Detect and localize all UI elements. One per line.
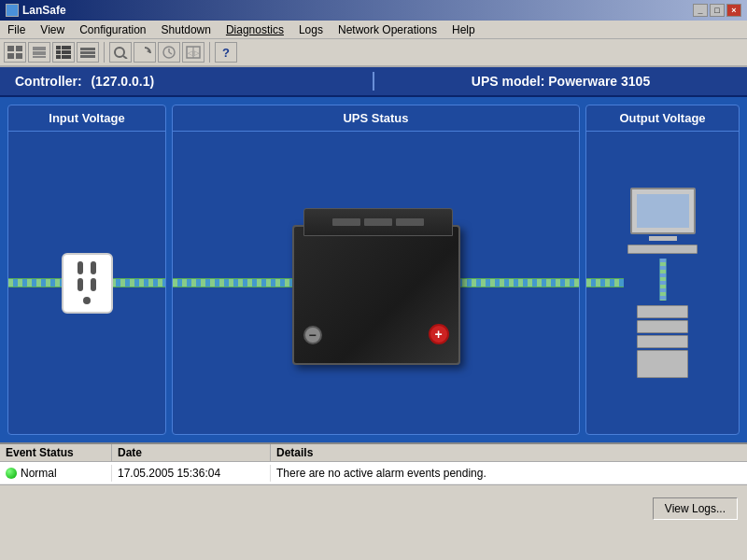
server-unit-4 bbox=[637, 350, 688, 378]
monitor bbox=[630, 188, 696, 234]
svg-rect-3 bbox=[16, 53, 22, 59]
svg-rect-0 bbox=[7, 46, 14, 51]
toolbar-btn-7[interactable] bbox=[158, 42, 180, 63]
monitor-base bbox=[649, 236, 677, 241]
header-bar: Controller: (127.0.0.1) UPS model: Power… bbox=[0, 67, 747, 97]
keyboard bbox=[627, 245, 698, 254]
menu-shutdown[interactable]: Shutdown bbox=[158, 23, 215, 36]
menu-configuration[interactable]: Configuration bbox=[76, 23, 149, 36]
toolbar-help-btn[interactable]: ? bbox=[215, 42, 237, 63]
server-unit-1 bbox=[637, 305, 688, 318]
view-logs-button[interactable]: View Logs... bbox=[653, 497, 738, 520]
svg-rect-12 bbox=[66, 50, 71, 54]
controller-label: Controller: bbox=[15, 74, 82, 89]
col-date: Date bbox=[112, 444, 271, 461]
status-table-row: Normal 17.05.2005 15:36:04 There are no … bbox=[0, 462, 747, 484]
ups-slots bbox=[332, 218, 424, 226]
toolbar-btn-1[interactable] bbox=[4, 42, 26, 63]
title-bar-buttons: _ □ × bbox=[693, 4, 741, 17]
svg-line-20 bbox=[123, 56, 127, 59]
svg-text:▷: ▷ bbox=[194, 49, 200, 56]
svg-rect-11 bbox=[62, 50, 66, 54]
menu-logs[interactable]: Logs bbox=[295, 23, 327, 36]
computer-stack bbox=[627, 188, 698, 378]
svg-rect-18 bbox=[80, 55, 95, 58]
toolbar-btn-5[interactable] bbox=[109, 42, 132, 63]
outlet-slot-left bbox=[78, 261, 83, 291]
title-bar: LanSafe _ □ × bbox=[0, 0, 747, 21]
svg-point-19 bbox=[115, 48, 124, 57]
output-voltage-panel: Output Voltage bbox=[585, 105, 740, 435]
status-table-header: Event Status Date Details bbox=[0, 444, 747, 462]
svg-rect-17 bbox=[80, 51, 95, 54]
toolbar: ◁▷ ? bbox=[0, 39, 747, 67]
ups-model: UPS model: Powerware 3105 bbox=[472, 74, 650, 89]
svg-rect-10 bbox=[56, 50, 61, 54]
svg-text:◁: ◁ bbox=[188, 49, 193, 56]
minimize-button[interactable]: _ bbox=[693, 4, 708, 17]
input-voltage-title: Input Voltage bbox=[8, 105, 165, 132]
app-icon bbox=[6, 4, 19, 17]
ups-status-content: − + bbox=[173, 132, 579, 434]
toolbar-sep-1 bbox=[104, 42, 105, 63]
svg-rect-8 bbox=[62, 46, 66, 49]
status-green-dot bbox=[6, 468, 17, 479]
output-voltage-title: Output Voltage bbox=[586, 105, 739, 132]
toolbar-btn-8[interactable]: ◁▷ bbox=[182, 42, 204, 63]
menu-bar: File View Configuration Shutdown Diagnos… bbox=[0, 21, 747, 39]
svg-line-24 bbox=[169, 52, 172, 54]
menu-network-operations[interactable]: Network Operations bbox=[334, 23, 441, 36]
server-stack bbox=[637, 305, 688, 378]
toolbar-sep-2 bbox=[209, 42, 210, 63]
power-outlet bbox=[62, 253, 113, 314]
svg-rect-6 bbox=[33, 56, 46, 58]
event-details-cell: There are no active alarm events pending… bbox=[271, 465, 747, 482]
col-event-status: Event Status bbox=[0, 444, 112, 461]
toolbar-btn-6[interactable] bbox=[134, 42, 156, 63]
outlet-slot-right bbox=[91, 261, 96, 291]
input-voltage-panel: Input Voltage bbox=[7, 105, 166, 435]
svg-rect-13 bbox=[56, 55, 61, 59]
ups-plus-terminal: + bbox=[429, 324, 449, 344]
event-status-cell: Normal bbox=[0, 465, 112, 482]
app-title: LanSafe bbox=[22, 4, 66, 17]
svg-rect-4 bbox=[33, 47, 46, 50]
menu-file[interactable]: File bbox=[4, 23, 29, 36]
menu-view[interactable]: View bbox=[36, 23, 68, 36]
monitor-screen bbox=[637, 194, 689, 228]
maximize-button[interactable]: □ bbox=[710, 4, 725, 17]
close-button[interactable]: × bbox=[726, 4, 741, 17]
status-area: Event Status Date Details Normal 17.05.2… bbox=[0, 442, 747, 560]
event-status-text: Normal bbox=[21, 467, 57, 480]
menu-help[interactable]: Help bbox=[448, 23, 479, 36]
input-voltage-content bbox=[8, 132, 165, 434]
outlet-ground bbox=[83, 297, 91, 304]
col-details: Details bbox=[271, 444, 747, 461]
event-date-cell: 17.05.2005 15:36:04 bbox=[112, 465, 271, 482]
status-bottom-bar: View Logs... bbox=[0, 484, 747, 531]
menu-diagnostics[interactable]: Diagnostics bbox=[222, 23, 288, 36]
toolbar-btn-3[interactable] bbox=[52, 42, 75, 63]
ups-battery: − + bbox=[292, 225, 460, 365]
toolbar-btn-2[interactable] bbox=[28, 42, 50, 63]
ups-minus-terminal: − bbox=[303, 326, 322, 344]
svg-rect-16 bbox=[80, 48, 95, 50]
svg-rect-5 bbox=[33, 51, 46, 55]
toolbar-btn-4[interactable] bbox=[77, 42, 99, 63]
ups-status-title: UPS Status bbox=[173, 105, 579, 132]
ups-top-panel bbox=[303, 208, 453, 236]
server-unit-2 bbox=[637, 320, 688, 333]
header-divider bbox=[373, 72, 374, 91]
svg-rect-2 bbox=[7, 53, 14, 59]
main-area: Input Voltage UPS bbox=[0, 97, 747, 442]
svg-rect-7 bbox=[56, 46, 61, 49]
svg-rect-14 bbox=[62, 55, 66, 59]
outlet-holes bbox=[78, 261, 96, 291]
ups-status-panel: UPS Status − + bbox=[172, 105, 580, 435]
svg-rect-1 bbox=[16, 46, 22, 51]
output-voltage-content bbox=[586, 132, 739, 434]
controller-ip: (127.0.0.1) bbox=[91, 74, 154, 89]
server-unit-3 bbox=[637, 335, 688, 348]
svg-rect-15 bbox=[66, 55, 71, 59]
svg-rect-9 bbox=[66, 46, 71, 49]
